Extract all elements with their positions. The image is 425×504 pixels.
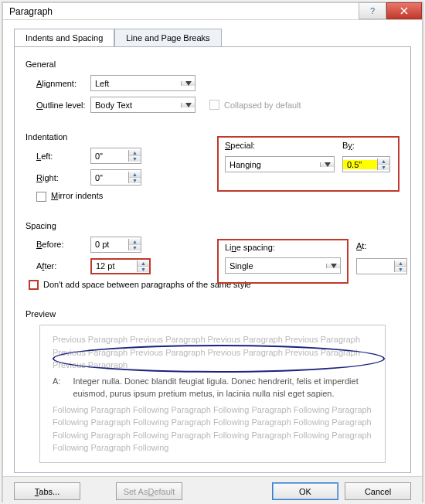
line-spacing-label: Line spacing: bbox=[225, 243, 341, 252]
title-bar: Paragraph ? bbox=[3, 3, 422, 20]
set-default-button[interactable]: Set As Default bbox=[116, 482, 182, 500]
by-spinner[interactable]: 0.5"▲▼ bbox=[342, 156, 390, 172]
cancel-button[interactable]: Cancel bbox=[345, 482, 411, 500]
preview-box: Previous Paragraph Previous Paragraph Pr… bbox=[39, 325, 386, 463]
help-button[interactable]: ? bbox=[359, 2, 386, 19]
outline-combo[interactable]: Body Text bbox=[90, 97, 196, 113]
dontadd-checkbox[interactable] bbox=[29, 280, 39, 290]
special-combo[interactable]: Hanging bbox=[225, 156, 335, 172]
right-label: Right: bbox=[26, 173, 90, 182]
tab-line-page-breaks[interactable]: Line and Page Breaks bbox=[114, 29, 221, 47]
mirror-checkbox[interactable] bbox=[36, 192, 46, 202]
tab-indents-spacing[interactable]: Indents and Spacing bbox=[14, 29, 114, 47]
general-heading: General bbox=[26, 60, 400, 69]
spacing-heading: Spacing bbox=[26, 221, 400, 230]
at-spinner[interactable]: ▲▼ bbox=[356, 258, 407, 274]
alignment-combo[interactable]: Left bbox=[90, 75, 196, 91]
ok-button[interactable]: OK bbox=[272, 482, 338, 500]
right-spinner[interactable]: 0"▲▼ bbox=[90, 169, 141, 186]
tab-strip: Indents and Spacing Line and Page Breaks bbox=[14, 28, 411, 46]
chevron-down-icon bbox=[181, 103, 195, 107]
tabs-button[interactable]: Tabs... bbox=[14, 482, 80, 500]
preview-heading: Preview bbox=[26, 309, 400, 318]
alignment-label: AAlignment:lignment: bbox=[26, 79, 90, 88]
chevron-down-icon bbox=[181, 81, 195, 86]
spin-up-icon: ▲ bbox=[129, 150, 141, 156]
collapsed-checkbox bbox=[209, 100, 219, 110]
window-title: Paragraph bbox=[3, 6, 359, 17]
at-label: At: bbox=[356, 241, 366, 250]
mirror-label: Mirror indents bbox=[51, 191, 103, 200]
before-label: Before: bbox=[26, 240, 90, 249]
collapsed-label: Collapsed by default bbox=[224, 100, 301, 110]
preview-next-text: Following Paragraph Following Paragraph … bbox=[53, 404, 372, 455]
close-button[interactable] bbox=[386, 2, 422, 19]
before-spinner[interactable]: 0 pt▲▼ bbox=[90, 237, 141, 253]
spin-down-icon: ▼ bbox=[129, 156, 141, 162]
after-spinner[interactable]: 12 pt▲▼ bbox=[90, 258, 151, 274]
outline-label: Outline level: bbox=[26, 100, 90, 110]
svg-text:?: ? bbox=[370, 6, 375, 15]
line-spacing-combo[interactable]: Single bbox=[225, 257, 341, 274]
annotation-ellipse bbox=[53, 345, 385, 373]
preview-main-key: A: bbox=[53, 375, 60, 400]
left-spinner[interactable]: 0"▲▼ bbox=[90, 148, 141, 164]
after-label: After: bbox=[26, 261, 90, 271]
left-label: Left: bbox=[26, 152, 90, 161]
by-label: By: bbox=[342, 141, 355, 150]
preview-main-text: Integer nulla. Donec blandit feugiat lig… bbox=[73, 375, 372, 400]
special-label: Special: bbox=[225, 141, 342, 150]
